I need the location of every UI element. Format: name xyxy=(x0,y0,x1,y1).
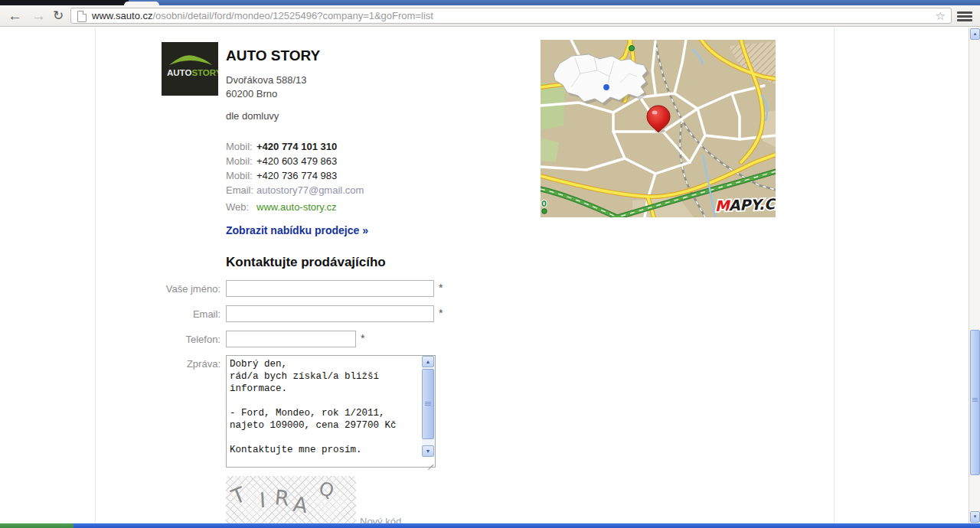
start-button[interactable] xyxy=(0,523,74,528)
dealer-address-city: 60200 Brno xyxy=(226,87,277,101)
dealer-address-street: Dvořákova 588/13 xyxy=(226,73,307,87)
dealer-contact-list: Mobil:+420 774 101 310 Mobil:+420 603 47… xyxy=(226,139,364,214)
browser-scrollbar[interactable]: ▲ ▼ xyxy=(969,28,980,528)
mapy-cz-logo: MAPY.CZ xyxy=(714,195,776,214)
map-image[interactable]: 0 MAPY.CZ xyxy=(541,40,776,217)
contact-row-mobile-1: Mobil:+420 774 101 310 xyxy=(226,139,364,154)
dealer-logo[interactable]: AUTOSTORY xyxy=(162,42,218,96)
website-link[interactable]: www.auto-story.cz xyxy=(256,201,337,213)
inset-location-dot-icon xyxy=(603,84,610,91)
captcha-letter: Q xyxy=(317,477,336,502)
content-right-border xyxy=(834,28,835,528)
message-textarea[interactable]: Dobrý den, rád/a bych získal/a bližší in… xyxy=(227,356,420,467)
phone-label: Telefon: xyxy=(92,334,220,345)
taskbar[interactable] xyxy=(0,523,980,528)
email-link[interactable]: autostory77@gmail.com xyxy=(256,184,364,196)
scroll-up-icon[interactable]: ▲ xyxy=(422,356,434,367)
contact-row-mobile-2: Mobil:+420 603 479 863 xyxy=(226,154,364,168)
green-marker-icon xyxy=(629,46,635,51)
contact-row-mobile-3: Mobil:+420 736 774 983 xyxy=(226,168,364,183)
seller-offers-link[interactable]: Zobrazit nabídku prodejce » xyxy=(226,224,368,236)
address-bar[interactable]: www.sauto.cz/osobni/detail/ford/mondeo/1… xyxy=(70,8,952,24)
contact-phone: +420 603 479 863 xyxy=(256,155,337,167)
captcha-letter: R xyxy=(273,485,290,510)
contact-label: Mobil: xyxy=(226,168,256,183)
email-input[interactable] xyxy=(226,305,434,322)
contact-form-title: Kontaktujte prodávajícího xyxy=(226,255,386,270)
message-box: Dobrý den, rád/a bych získal/a bližší in… xyxy=(226,355,436,468)
tab-strip-dark-area xyxy=(0,0,129,5)
contact-row-email: Email:autostory77@gmail.com xyxy=(226,183,364,197)
contact-phone: +420 736 774 983 xyxy=(256,170,337,181)
dealer-name: AUTO STORY xyxy=(226,47,320,64)
name-input[interactable] xyxy=(226,280,434,297)
browser-window: ← → ↻ www.sauto.cz/osobni/detail/ford/mo… xyxy=(0,0,980,528)
green-marker-icon xyxy=(542,209,547,213)
contact-label: Web: xyxy=(226,200,256,214)
browser-toolbar: ← → ↻ www.sauto.cz/osobni/detail/ford/mo… xyxy=(0,5,980,27)
email-label: Email: xyxy=(92,308,220,320)
map-zoom-label: 0 xyxy=(541,200,547,208)
phone-input[interactable] xyxy=(226,331,356,347)
url-path: /osobni/detail/ford/mondeo/12525496?comp… xyxy=(152,10,433,21)
scrollbar-thumb[interactable] xyxy=(970,330,980,475)
captcha-letter: T xyxy=(228,482,249,509)
captcha-letter: A xyxy=(292,492,309,518)
content-left-border xyxy=(95,28,96,528)
textarea-resize-grip[interactable] xyxy=(426,458,434,466)
bookmark-star-icon[interactable]: ☆ xyxy=(936,8,946,23)
reload-icon[interactable]: ↻ xyxy=(53,6,64,26)
car-silhouette-icon xyxy=(169,55,212,65)
name-label: Vaše jméno: xyxy=(92,283,220,295)
scroll-down-icon[interactable]: ▼ xyxy=(422,445,434,457)
contact-label: Email: xyxy=(226,183,256,197)
page-viewport: AUTOSTORY AUTO STORY Dvořákova 588/13 60… xyxy=(0,28,969,528)
contact-label: Mobil: xyxy=(226,154,256,168)
contact-label: Mobil: xyxy=(226,139,256,154)
menu-icon[interactable] xyxy=(957,11,972,21)
textarea-scrollbar[interactable]: ▲ ▼ xyxy=(422,356,435,457)
dealer-opening-hours: dle domluvy xyxy=(226,109,279,123)
contact-row-web: Web:www.auto-story.cz xyxy=(226,200,364,214)
scrollbar-down-icon[interactable]: ▼ xyxy=(970,511,980,523)
phone-required-marker: * xyxy=(361,332,364,344)
captcha-letter: I xyxy=(259,488,266,512)
back-icon[interactable]: ← xyxy=(8,6,22,26)
captcha-image: T I R A Q xyxy=(226,476,356,528)
email-required-marker: * xyxy=(439,307,443,319)
tab-strip xyxy=(0,0,980,5)
message-label: Zpráva: xyxy=(92,358,220,370)
scrollbar-up-icon[interactable]: ▲ xyxy=(970,28,980,40)
textarea-scroll-thumb[interactable] xyxy=(422,369,434,439)
contact-phone: +420 774 101 310 xyxy=(256,141,337,152)
url-text[interactable]: www.sauto.cz/osobni/detail/ford/mondeo/1… xyxy=(92,8,433,23)
forward-icon[interactable]: → xyxy=(31,6,46,26)
page-doc-icon xyxy=(77,11,87,22)
name-required-marker: * xyxy=(439,282,443,294)
url-domain: www.sauto.cz xyxy=(92,10,152,21)
svg-text:AUTOSTORY: AUTOSTORY xyxy=(167,68,218,77)
